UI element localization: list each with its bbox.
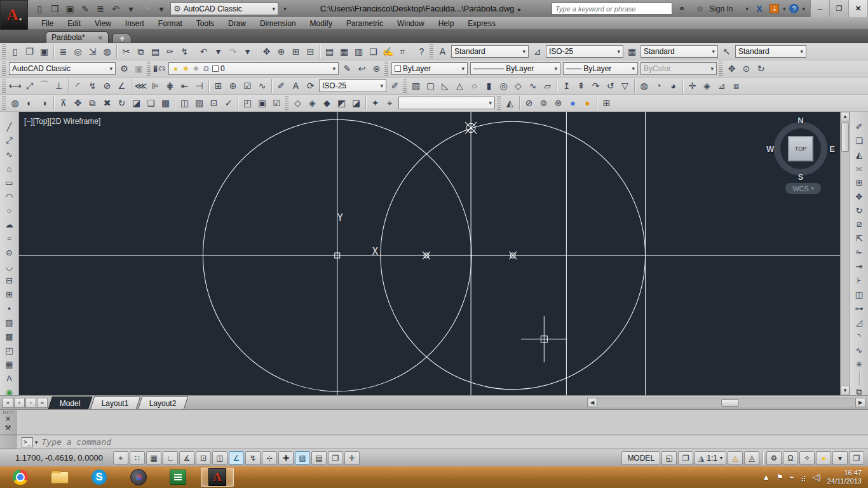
copy-faces-icon[interactable]: ❏ xyxy=(144,96,158,111)
toolbar-grip[interactable] xyxy=(497,96,501,110)
line-icon[interactable]: ╱ xyxy=(2,119,17,133)
chevron-down-icon[interactable]: ▾ xyxy=(332,65,336,72)
toolbar-grip[interactable] xyxy=(719,62,722,76)
sphere-icon[interactable]: ○ xyxy=(467,79,482,93)
circle-icon[interactable]: ○ xyxy=(2,203,17,217)
extrude-faces-icon[interactable]: ⊼ xyxy=(56,96,71,111)
next-tab-icon[interactable]: › xyxy=(25,398,36,408)
chevron-down-icon[interactable]: ▾ xyxy=(632,65,635,72)
toolbar-grip[interactable] xyxy=(147,62,151,76)
viewcube-north[interactable]: N xyxy=(797,116,803,125)
menu-item-dimension[interactable]: Dimension xyxy=(253,17,303,29)
taskbar-clock[interactable]: 16:47 24/11/2013 xyxy=(827,469,864,485)
redo-icon[interactable]: ↷ xyxy=(139,2,154,16)
excel-icon[interactable] xyxy=(161,468,194,487)
zoom-window-icon[interactable]: ⊞ xyxy=(288,44,303,59)
scroll-left-icon[interactable]: ◀ xyxy=(587,398,597,407)
dimension-update-icon[interactable]: ⟳ xyxy=(303,79,318,93)
chevron-down-icon[interactable]: ▾ xyxy=(802,6,805,12)
vertical-scroll-thumb[interactable] xyxy=(841,123,849,152)
undo-list-chevron-icon[interactable]: ▾ xyxy=(211,44,226,59)
color-faces-icon[interactable]: ▩ xyxy=(158,96,173,111)
multileader-style-dropdown[interactable]: Standard▾ xyxy=(735,45,806,58)
named-views-icon[interactable]: ⌖ xyxy=(383,96,397,111)
toolbar-grip[interactable] xyxy=(2,44,6,58)
center-mark-icon[interactable]: ⊕ xyxy=(226,79,240,93)
rotate-faces-icon[interactable]: ↻ xyxy=(114,96,129,111)
quick-dimension-icon[interactable]: ⋘ xyxy=(133,79,148,93)
coordinates-readout[interactable]: 1.1700, -0.4619, 0.0000 xyxy=(4,453,112,463)
menu-item-draw[interactable]: Draw xyxy=(221,17,253,29)
polygon-icon[interactable]: ⌂ xyxy=(2,161,17,175)
annotation-visibility-icon[interactable]: ◬ xyxy=(728,451,743,464)
recent-commands-chevron-icon[interactable]: ▾ xyxy=(35,439,38,445)
show-hidden-icons-icon[interactable]: ▲ xyxy=(763,470,770,485)
cylinder-icon[interactable]: ▮ xyxy=(482,79,496,93)
chevron-down-icon[interactable]: ▾ xyxy=(745,6,749,12)
jogged-dimension-icon[interactable]: ↯ xyxy=(85,79,100,93)
skype-icon[interactable] xyxy=(83,468,116,487)
trim-icon[interactable]: ✁ xyxy=(851,245,867,259)
layer-on-icon[interactable]: ● xyxy=(172,65,180,72)
new-file-icon[interactable]: ▯ xyxy=(32,2,47,16)
sweep-icon[interactable]: ↷ xyxy=(588,79,603,93)
menu-item-window[interactable]: Window xyxy=(390,17,431,29)
drawing-canvas[interactable]: YX [−][Top][2D Wireframe] N S W E TOP WC… xyxy=(19,112,840,395)
workspace-switching-icon[interactable]: ⚙ xyxy=(766,451,782,464)
horizontal-scroll-thumb[interactable] xyxy=(721,399,739,407)
isolate-objects-icon[interactable]: ✧ xyxy=(799,451,815,464)
layer-lock-icon[interactable]: Ω xyxy=(202,65,210,72)
menu-item-express[interactable]: Express xyxy=(461,17,502,29)
tab-model[interactable]: Model xyxy=(48,396,92,409)
menu-item-insert[interactable]: Insert xyxy=(118,17,151,29)
chevron-down-icon[interactable]: ▾ xyxy=(380,83,383,89)
chevron-down-icon[interactable]: ▾ xyxy=(522,48,526,55)
copy-edges-icon[interactable]: ◫ xyxy=(177,96,192,111)
spline-icon[interactable]: ≈ xyxy=(2,231,17,245)
chevron-down-icon[interactable]: ▾ xyxy=(109,65,112,72)
create-camera-icon[interactable]: ✦ xyxy=(368,96,383,111)
viewcube-top-face[interactable]: TOP xyxy=(788,136,813,161)
plot-icon[interactable]: ≣ xyxy=(93,2,108,16)
dimension-jog-line-icon[interactable]: ∿ xyxy=(255,79,269,93)
blend-curves-icon[interactable]: ∿ xyxy=(851,343,867,357)
workspace-settings-icon[interactable]: ⚙ xyxy=(117,62,132,76)
minimize-button[interactable]: ─ xyxy=(811,0,830,17)
quick-access-customize-button[interactable]: ▾ xyxy=(280,3,290,15)
app-status-chevron-icon[interactable]: ▾ xyxy=(832,451,848,464)
3d-wireframe-style-icon[interactable]: ◈ xyxy=(305,96,320,111)
transparency-display-icon[interactable]: ▨ xyxy=(295,451,310,464)
model-space-button[interactable]: MODEL xyxy=(621,451,660,464)
continue-dimension-icon[interactable]: ⋕ xyxy=(163,79,177,93)
break-icon[interactable]: ◫ xyxy=(851,287,867,301)
arc-length-dimension-icon[interactable]: ⌒ xyxy=(37,79,51,93)
offset-icon[interactable]: ≍ xyxy=(851,161,867,175)
render-hidden-icon[interactable]: ⊛ xyxy=(551,96,566,111)
tab-layout2[interactable]: Layout2 xyxy=(138,396,188,409)
sign-in-button[interactable]: ☺ Sign In ▾ xyxy=(690,2,751,16)
toolbar-grip[interactable] xyxy=(403,79,407,93)
move-faces-icon[interactable]: ✥ xyxy=(71,96,85,111)
presspull-icon[interactable]: ⇞ xyxy=(574,79,588,93)
ordinate-dimension-icon[interactable]: ⊥ xyxy=(51,79,66,93)
ellipse-arc-icon[interactable]: ◡ xyxy=(2,259,17,273)
media-app-icon[interactable] xyxy=(122,468,155,487)
cut-clip-icon[interactable]: ✂ xyxy=(119,44,133,59)
restore-button[interactable]: ❐ xyxy=(830,0,849,17)
render-wireframe-icon[interactable]: ⊚ xyxy=(536,96,551,111)
previous-tab-icon[interactable]: ‹ xyxy=(14,398,25,408)
render-realistic-icon[interactable]: ● xyxy=(566,96,580,111)
erase-icon[interactable]: ✐ xyxy=(851,119,867,133)
menu-item-file[interactable]: File xyxy=(34,17,60,29)
copy-icon[interactable]: ❏ xyxy=(851,133,867,147)
markup-set-manager-icon[interactable]: ✍ xyxy=(381,44,395,59)
autocad-icon[interactable] xyxy=(201,468,234,487)
aligned-dimension-icon[interactable]: ⤢ xyxy=(22,79,37,93)
designcenter-icon[interactable]: ▦ xyxy=(337,44,351,59)
arc-icon[interactable]: ◠ xyxy=(2,189,17,203)
quick-properties-icon[interactable]: ▤ xyxy=(311,451,327,464)
revolve-icon[interactable]: ↺ xyxy=(603,79,618,93)
dynamic-input-icon[interactable]: ⊹ xyxy=(262,451,277,464)
workspace-dropdown[interactable]: ⚙ AutoCAD Classic ▾ xyxy=(170,3,278,15)
rectangle-icon[interactable]: ▭ xyxy=(2,175,17,189)
